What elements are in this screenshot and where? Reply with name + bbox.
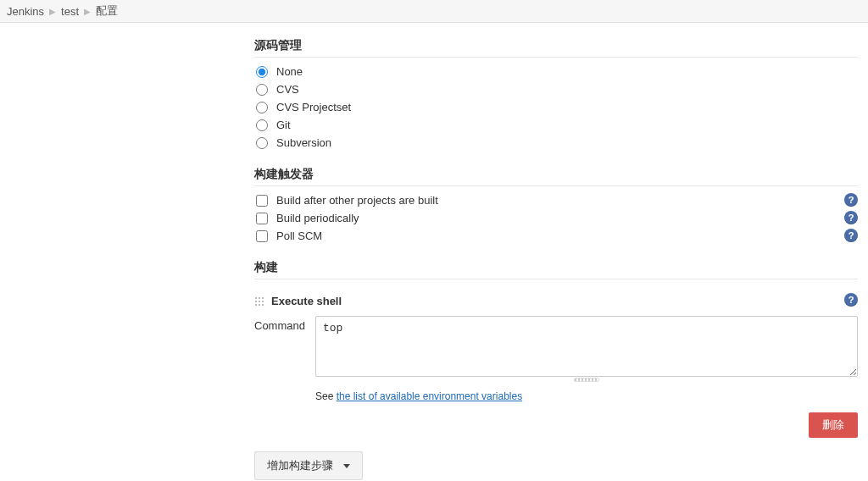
build-section-title: 构建	[254, 260, 858, 275]
drag-handle-icon[interactable]	[254, 296, 264, 307]
delete-step-button[interactable]: 删除	[809, 412, 858, 438]
trigger-label-after-other[interactable]: Build after other projects are built	[276, 194, 438, 207]
chevron-down-icon	[343, 464, 350, 468]
trigger-check-after-other[interactable]	[256, 195, 268, 207]
scm-radio-subversion[interactable]	[256, 137, 268, 149]
trigger-label-periodic[interactable]: Build periodically	[276, 212, 359, 224]
breadcrumb-config[interactable]: 配置	[96, 3, 118, 19]
config-form: 源码管理 None CVS CVS Projectset Git Subvers…	[0, 38, 868, 481]
scm-label-cvsprojectset[interactable]: CVS Projectset	[276, 101, 351, 113]
scm-label-subversion[interactable]: Subversion	[276, 136, 331, 149]
triggers-section-title: 构建触发器	[254, 167, 858, 182]
breadcrumb-test[interactable]: test	[61, 5, 79, 18]
scm-label-none[interactable]: None	[276, 65, 303, 78]
command-label: Command	[254, 316, 307, 332]
help-icon[interactable]: ?	[844, 193, 858, 207]
help-icon[interactable]: ?	[844, 293, 858, 307]
trigger-check-periodic[interactable]	[256, 213, 268, 224]
scm-label-git[interactable]: Git	[276, 119, 291, 131]
add-build-step-dropdown[interactable]: 增加构建步骤	[254, 451, 363, 480]
build-step-execute-shell: Execute shell ? Command See the list of …	[254, 291, 858, 438]
divider	[254, 279, 858, 279]
env-vars-link[interactable]: the list of available environment variab…	[337, 390, 522, 402]
divider	[254, 185, 858, 186]
build-step-title: Execute shell	[271, 295, 342, 307]
scm-radio-cvs[interactable]	[256, 84, 268, 96]
trigger-label-poll-scm[interactable]: Poll SCM	[276, 229, 322, 242]
breadcrumb-sep-icon: ▶	[49, 7, 56, 16]
add-build-step-label: 增加构建步骤	[267, 458, 333, 473]
scm-radio-none[interactable]	[256, 66, 268, 78]
scm-radio-cvsprojectset[interactable]	[256, 102, 268, 113]
env-note: See the list of available environment va…	[315, 390, 858, 402]
command-textarea[interactable]	[315, 316, 858, 377]
divider	[254, 57, 858, 58]
breadcrumb-jenkins[interactable]: Jenkins	[7, 5, 44, 18]
help-icon[interactable]: ?	[844, 211, 858, 224]
scm-radio-git[interactable]	[256, 119, 268, 131]
textarea-resize-handle-icon[interactable]	[574, 378, 599, 382]
help-icon[interactable]: ?	[844, 229, 858, 242]
breadcrumb: Jenkins ▶ test ▶ 配置	[0, 0, 868, 23]
breadcrumb-sep-icon: ▶	[84, 7, 91, 16]
scm-label-cvs[interactable]: CVS	[276, 83, 299, 96]
trigger-check-poll-scm[interactable]	[256, 230, 268, 242]
env-note-prefix: See	[315, 390, 337, 402]
scm-section-title: 源码管理	[254, 38, 858, 53]
